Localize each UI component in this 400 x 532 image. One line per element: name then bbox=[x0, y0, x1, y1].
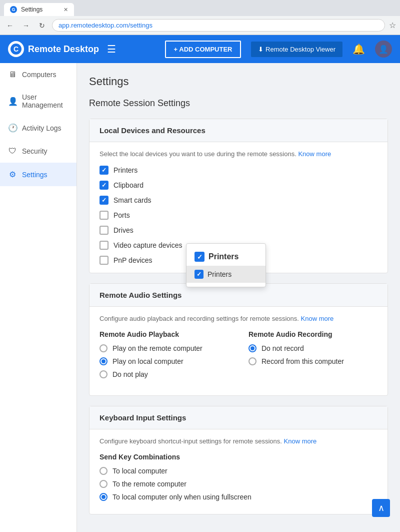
radio-to-local-control[interactable] bbox=[100, 467, 108, 475]
checkbox-clipboard-label: Clipboard bbox=[114, 181, 144, 189]
audio-recording-label: Remote Audio Recording bbox=[248, 330, 378, 338]
checkbox-smart-cards[interactable]: Smart cards bbox=[100, 196, 378, 205]
audio-recording-column: Remote Audio Recording Do not record Rec… bbox=[248, 330, 378, 383]
checkbox-video-capture-label: Video capture devices bbox=[114, 241, 182, 249]
checkbox-clipboard-control[interactable] bbox=[100, 181, 108, 190]
sidebar-item-computers[interactable]: 🖥 Computers bbox=[0, 63, 76, 86]
local-devices-card: Local Devices and Resources Select the l… bbox=[89, 119, 388, 273]
checkbox-drives-label: Drives bbox=[114, 226, 134, 234]
notifications-button[interactable]: 🔔 bbox=[348, 41, 369, 57]
radio-do-not-record-control[interactable] bbox=[248, 344, 256, 352]
sidebar-label-settings: Settings bbox=[22, 171, 48, 179]
keyboard-desc: Configure keyboard shortcut-input settin… bbox=[100, 437, 378, 445]
radio-play-remote-label: Play on the remote computer bbox=[112, 344, 202, 352]
local-devices-header: Local Devices and Resources bbox=[90, 119, 388, 142]
keyboard-know-more-link[interactable]: Know more bbox=[284, 437, 317, 445]
checkbox-ports-label: Ports bbox=[114, 211, 130, 219]
sidebar-item-user-management[interactable]: 👤 User Management bbox=[0, 86, 76, 116]
back-button[interactable]: ← bbox=[4, 20, 16, 32]
sidebar: 🖥 Computers 👤 User Management 🕐 Activity… bbox=[0, 63, 77, 532]
app-header: C Remote Desktop ☰ + ADD COMPUTER ⬇ Remo… bbox=[0, 35, 400, 63]
local-devices-desc: Select the local Select the local device… bbox=[100, 150, 378, 158]
remote-audio-body: Configure audio playback and recording s… bbox=[90, 307, 388, 395]
checkbox-video-capture-control[interactable] bbox=[100, 241, 108, 250]
audio-playback-column: Remote Audio Playback Play on the remote… bbox=[100, 330, 228, 383]
active-tab[interactable]: G Settings ✕ bbox=[4, 3, 74, 16]
refresh-button[interactable]: ↻ bbox=[36, 20, 48, 32]
hamburger-button[interactable]: ☰ bbox=[105, 41, 118, 57]
radio-to-remote-control[interactable] bbox=[100, 480, 108, 488]
checkbox-printers-label: Printers bbox=[114, 166, 138, 174]
local-devices-know-more-link[interactable]: Know more bbox=[298, 150, 331, 158]
tooltip-printers-item[interactable]: ✓ Printers bbox=[186, 266, 266, 283]
checkbox-clipboard[interactable]: Clipboard bbox=[100, 181, 378, 190]
page-title: Settings bbox=[89, 75, 388, 88]
audio-radio-columns: Remote Audio Playback Play on the remote… bbox=[100, 330, 378, 383]
radio-play-local[interactable]: Play on local computer bbox=[100, 357, 228, 365]
keyboard-input-card: Keyboard Input Settings Configure keyboa… bbox=[89, 406, 388, 514]
tab-close-button[interactable]: ✕ bbox=[64, 7, 68, 13]
section-title: Remote Session Settings bbox=[89, 98, 388, 109]
radio-play-local-label: Play on local computer bbox=[112, 357, 184, 365]
radio-record-from-computer-label: Record from this computer bbox=[262, 357, 344, 365]
security-icon: 🛡 bbox=[8, 147, 17, 156]
tab-title: Settings bbox=[21, 6, 42, 13]
audio-playback-label: Remote Audio Playback bbox=[100, 330, 228, 338]
radio-to-local-fullscreen-control[interactable] bbox=[100, 493, 108, 501]
checkbox-pnp-label: PnP devices bbox=[114, 256, 152, 264]
radio-play-remote[interactable]: Play on the remote computer bbox=[100, 344, 228, 352]
remote-audio-know-more-link[interactable]: Know more bbox=[301, 315, 334, 322]
radio-do-not-play-control[interactable] bbox=[100, 370, 108, 378]
app-name: Remote Desktop bbox=[28, 44, 99, 55]
radio-do-not-play[interactable]: Do not play bbox=[100, 370, 228, 378]
sidebar-label-security: Security bbox=[22, 147, 48, 155]
checkbox-smart-cards-control[interactable] bbox=[100, 196, 108, 205]
checkbox-printers-control[interactable] bbox=[100, 166, 108, 175]
browser-controls: ← → ↻ app.remotedesktop.com/settings ☆ bbox=[0, 16, 400, 35]
tooltip-header-label: Printers bbox=[208, 252, 238, 261]
radio-to-local-fullscreen[interactable]: To local computer only when using fullsc… bbox=[100, 493, 378, 501]
radio-to-local-fullscreen-label: To local computer only when using fullsc… bbox=[112, 493, 252, 501]
user-management-icon: 👤 bbox=[8, 97, 17, 106]
sidebar-label-computers: Computers bbox=[22, 71, 56, 79]
radio-to-remote[interactable]: To the remote computer bbox=[100, 480, 378, 488]
checkbox-drives[interactable]: Drives bbox=[100, 226, 378, 235]
address-bar[interactable]: app.remotedesktop.com/settings bbox=[52, 19, 385, 32]
sidebar-item-security[interactable]: 🛡 Security bbox=[0, 140, 76, 163]
forward-button[interactable]: → bbox=[20, 20, 32, 32]
remote-audio-title: Remote Audio Settings bbox=[100, 291, 378, 299]
remote-audio-desc: Configure audio playback and recording s… bbox=[100, 315, 378, 322]
radio-record-from-computer[interactable]: Record from this computer bbox=[248, 357, 378, 365]
logo-icon: C bbox=[8, 41, 24, 57]
radio-play-local-control[interactable] bbox=[100, 357, 108, 365]
computers-icon: 🖥 bbox=[8, 70, 17, 79]
app-body: 🖥 Computers 👤 User Management 🕐 Activity… bbox=[0, 63, 400, 532]
radio-do-not-play-label: Do not play bbox=[112, 370, 148, 378]
radio-record-from-computer-control[interactable] bbox=[248, 357, 256, 365]
printers-tooltip-dropdown: ✓ Printers ✓ Printers bbox=[186, 243, 266, 287]
save-area: Save Changes bbox=[89, 524, 388, 532]
add-computer-button[interactable]: + ADD COMPUTER bbox=[165, 41, 242, 58]
radio-do-not-record[interactable]: Do not record bbox=[248, 344, 378, 352]
browser-chrome: G Settings ✕ bbox=[0, 0, 400, 16]
sidebar-label-user-management: User Management bbox=[22, 93, 68, 109]
checkbox-ports-control[interactable] bbox=[100, 211, 108, 220]
tooltip-printers-checkbox[interactable]: ✓ bbox=[194, 270, 204, 279]
download-viewer-button[interactable]: ⬇ Remote Desktop Viewer bbox=[251, 42, 342, 57]
scroll-top-button[interactable]: ∧ bbox=[372, 499, 390, 517]
sidebar-item-settings[interactable]: ⚙ Settings bbox=[0, 163, 76, 186]
checkbox-pnp-control[interactable] bbox=[100, 256, 108, 265]
bookmark-icon[interactable]: ☆ bbox=[389, 21, 396, 30]
user-avatar-button[interactable]: 👤 bbox=[375, 41, 392, 58]
checkbox-ports[interactable]: Ports bbox=[100, 211, 378, 220]
radio-play-remote-control[interactable] bbox=[100, 344, 108, 352]
keyboard-body: Configure keyboard shortcut-input settin… bbox=[90, 429, 388, 514]
radio-to-remote-label: To the remote computer bbox=[112, 480, 186, 488]
logo-letter: C bbox=[10, 44, 22, 55]
checkbox-drives-control[interactable] bbox=[100, 226, 108, 235]
sidebar-item-activity-logs[interactable]: 🕐 Activity Logs bbox=[0, 116, 76, 140]
tooltip-header-checkbox[interactable]: ✓ bbox=[194, 252, 204, 262]
url-text: app.remotedesktop.com/settings bbox=[58, 22, 152, 29]
radio-to-local[interactable]: To local computer bbox=[100, 467, 378, 475]
checkbox-printers[interactable]: Printers bbox=[100, 166, 378, 175]
